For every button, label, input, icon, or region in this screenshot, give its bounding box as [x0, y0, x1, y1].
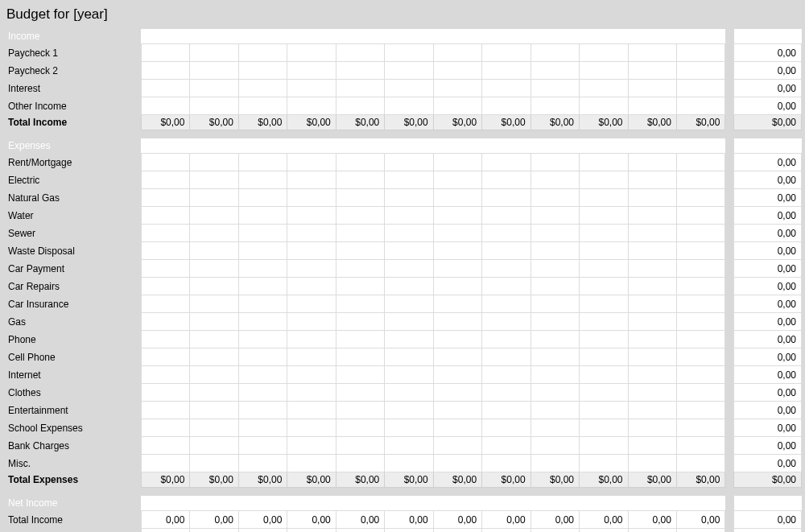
cell[interactable] [141, 348, 189, 366]
cell[interactable] [141, 62, 189, 80]
cell[interactable] [628, 242, 676, 260]
cell[interactable] [530, 278, 579, 295]
cell[interactable] [676, 242, 724, 260]
cell[interactable] [676, 62, 724, 80]
cell[interactable] [238, 242, 287, 260]
cell[interactable] [580, 455, 628, 472]
cell[interactable] [482, 331, 530, 348]
cell[interactable] [676, 437, 724, 455]
cell[interactable] [433, 402, 481, 419]
cell[interactable] [385, 44, 433, 62]
cell[interactable] [336, 207, 384, 225]
cell[interactable] [580, 331, 628, 348]
cell[interactable] [580, 278, 628, 295]
cell[interactable] [385, 171, 433, 189]
cell[interactable] [676, 313, 724, 331]
cell[interactable] [433, 331, 481, 348]
cell[interactable] [141, 260, 189, 278]
cell[interactable] [530, 419, 579, 437]
cell[interactable] [336, 366, 384, 384]
cell[interactable] [385, 80, 433, 97]
cell[interactable] [628, 44, 676, 62]
cell[interactable] [530, 455, 579, 472]
cell[interactable] [580, 437, 628, 455]
cell[interactable] [676, 348, 724, 366]
cell[interactable] [238, 189, 287, 207]
cell[interactable] [580, 154, 628, 171]
cell[interactable] [433, 225, 481, 242]
cell[interactable] [238, 366, 287, 384]
cell[interactable] [287, 171, 336, 189]
cell[interactable] [676, 331, 724, 348]
cell[interactable] [433, 260, 481, 278]
cell[interactable] [482, 189, 530, 207]
cell[interactable] [482, 225, 530, 242]
cell[interactable] [433, 437, 481, 455]
cell[interactable] [530, 295, 579, 313]
cell[interactable] [530, 384, 579, 402]
cell[interactable] [385, 278, 433, 295]
cell[interactable] [238, 437, 287, 455]
cell[interactable] [141, 154, 189, 171]
cell[interactable] [385, 348, 433, 366]
cell[interactable] [141, 278, 189, 295]
cell[interactable] [628, 437, 676, 455]
cell[interactable] [336, 295, 384, 313]
cell[interactable] [580, 189, 628, 207]
cell[interactable] [482, 278, 530, 295]
cell[interactable] [580, 295, 628, 313]
cell[interactable] [580, 419, 628, 437]
cell[interactable] [336, 437, 384, 455]
cell[interactable] [530, 366, 579, 384]
cell[interactable] [238, 295, 287, 313]
cell[interactable] [433, 171, 481, 189]
cell[interactable] [287, 437, 336, 455]
cell[interactable] [238, 97, 287, 115]
cell[interactable] [628, 278, 676, 295]
cell[interactable] [190, 80, 238, 97]
cell[interactable] [385, 189, 433, 207]
cell[interactable] [433, 154, 481, 171]
cell[interactable] [482, 366, 530, 384]
cell[interactable] [190, 242, 238, 260]
cell[interactable] [238, 225, 287, 242]
cell[interactable] [190, 154, 238, 171]
cell[interactable] [676, 97, 724, 115]
cell[interactable] [141, 313, 189, 331]
cell[interactable] [676, 207, 724, 225]
cell[interactable] [287, 260, 336, 278]
cell[interactable] [238, 348, 287, 366]
cell[interactable] [628, 455, 676, 472]
cell[interactable] [238, 331, 287, 348]
cell[interactable] [482, 260, 530, 278]
cell[interactable] [385, 97, 433, 115]
cell[interactable] [530, 207, 579, 225]
cell[interactable] [141, 97, 189, 115]
cell[interactable] [190, 295, 238, 313]
cell[interactable] [141, 189, 189, 207]
cell[interactable] [628, 348, 676, 366]
cell[interactable] [238, 313, 287, 331]
cell[interactable] [287, 366, 336, 384]
cell[interactable] [238, 455, 287, 472]
cell[interactable] [287, 295, 336, 313]
cell[interactable] [628, 331, 676, 348]
cell[interactable] [238, 80, 287, 97]
cell[interactable] [238, 384, 287, 402]
cell[interactable] [190, 313, 238, 331]
cell[interactable] [141, 295, 189, 313]
cell[interactable] [676, 419, 724, 437]
cell[interactable] [628, 260, 676, 278]
cell[interactable] [141, 402, 189, 419]
cell[interactable] [336, 44, 384, 62]
cell[interactable] [676, 154, 724, 171]
cell[interactable] [385, 419, 433, 437]
cell[interactable] [530, 80, 579, 97]
cell[interactable] [676, 225, 724, 242]
cell[interactable] [287, 154, 336, 171]
cell[interactable] [141, 384, 189, 402]
cell[interactable] [336, 189, 384, 207]
cell[interactable] [336, 455, 384, 472]
cell[interactable] [190, 171, 238, 189]
cell[interactable] [336, 402, 384, 419]
